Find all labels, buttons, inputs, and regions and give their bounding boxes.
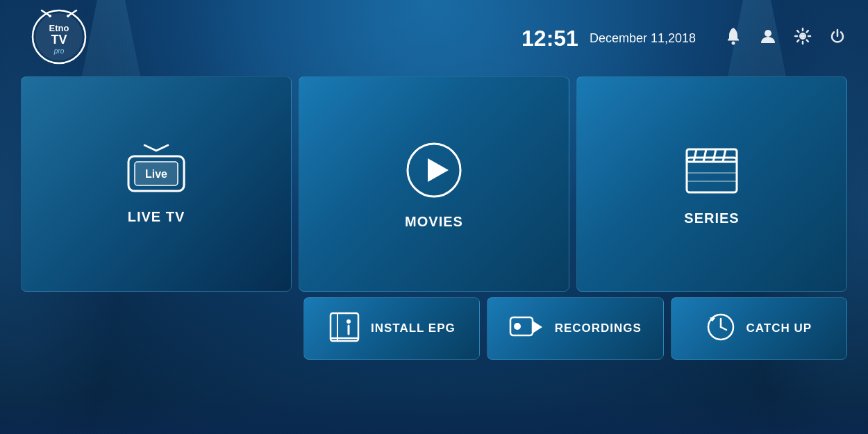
svg-line-24 bbox=[713, 149, 716, 162]
power-icon[interactable] bbox=[828, 26, 847, 51]
clock-display: 12:51 bbox=[521, 26, 578, 51]
header: Etno TV pro 12:51 December 11,2018 bbox=[0, 0, 868, 76]
svg-point-5 bbox=[67, 15, 69, 17]
svg-line-14 bbox=[156, 145, 168, 151]
time-date: 12:51 December 11,2018 bbox=[521, 26, 696, 51]
svg-line-22 bbox=[694, 149, 696, 162]
live-tv-card[interactable]: Live LIVE TV bbox=[21, 76, 292, 292]
install-epg-icon bbox=[328, 312, 361, 345]
svg-rect-33 bbox=[510, 317, 533, 335]
recordings-card[interactable]: RECORDINGS bbox=[487, 297, 663, 360]
live-tv-icon: Live bbox=[125, 144, 187, 199]
main-content: Live LIVE TV MOVIES bbox=[0, 76, 868, 360]
svg-marker-19 bbox=[428, 158, 449, 182]
svg-line-38 bbox=[721, 327, 726, 330]
svg-line-23 bbox=[703, 149, 706, 162]
install-epg-card[interactable]: INSTALL EPG bbox=[303, 297, 480, 360]
series-card[interactable]: SERIES bbox=[576, 76, 847, 292]
date-display: December 11,2018 bbox=[590, 31, 696, 46]
header-icons bbox=[724, 26, 847, 51]
svg-marker-35 bbox=[533, 321, 542, 333]
logo[interactable]: Etno TV pro bbox=[21, 9, 97, 68]
svg-point-31 bbox=[347, 319, 351, 324]
svg-point-12 bbox=[801, 34, 805, 38]
svg-line-25 bbox=[723, 149, 726, 162]
top-row: Live LIVE TV MOVIES bbox=[21, 76, 847, 292]
svg-point-10 bbox=[765, 30, 771, 37]
movies-card[interactable]: MOVIES bbox=[299, 76, 569, 292]
recordings-label: RECORDINGS bbox=[555, 322, 642, 335]
settings-icon[interactable] bbox=[793, 26, 812, 51]
svg-point-4 bbox=[49, 15, 51, 17]
svg-text:Etno: Etno bbox=[49, 23, 69, 33]
series-label: SERIES bbox=[684, 210, 739, 226]
header-right: 12:51 December 11,2018 bbox=[521, 26, 847, 51]
svg-text:TV: TV bbox=[51, 33, 67, 47]
catch-up-label: CATCH UP bbox=[746, 322, 812, 335]
user-icon[interactable] bbox=[758, 26, 778, 51]
install-epg-label: INSTALL EPG bbox=[371, 322, 456, 335]
live-tv-label: LIVE TV bbox=[128, 209, 185, 225]
bottom-row: INSTALL EPG RECORDINGS bbox=[303, 297, 847, 360]
bell-icon[interactable] bbox=[724, 26, 743, 51]
catch-up-card[interactable]: CATCH UP bbox=[671, 297, 847, 360]
svg-text:pro: pro bbox=[53, 47, 65, 55]
recordings-icon bbox=[509, 312, 545, 345]
stage-floor bbox=[0, 392, 868, 434]
catch-up-icon bbox=[706, 312, 736, 345]
svg-point-9 bbox=[732, 41, 735, 44]
svg-rect-28 bbox=[331, 313, 358, 341]
movies-label: MOVIES bbox=[405, 214, 463, 230]
svg-point-34 bbox=[514, 323, 521, 330]
movies-icon bbox=[403, 139, 465, 204]
series-icon bbox=[681, 142, 742, 201]
svg-line-13 bbox=[144, 145, 156, 151]
svg-text:Live: Live bbox=[145, 168, 167, 180]
